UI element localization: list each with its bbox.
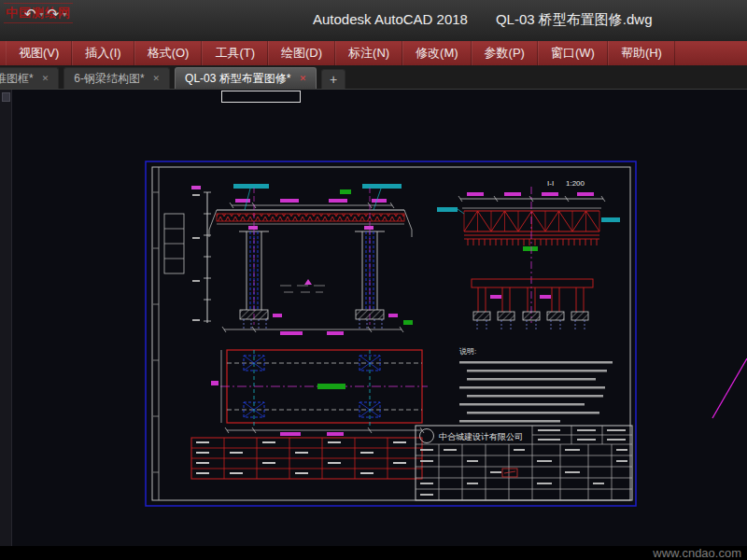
drawing-canvas[interactable]: I-I 1:200: [0, 89, 747, 546]
stray-line: [712, 358, 747, 418]
dock-grip-icon: [2, 92, 10, 102]
notes-block: 说明:: [459, 347, 613, 423]
menu-bar: 视图(V) 插入(I) 格式(O) 工具(T) 绘图(D) 标注(N) 修改(M…: [0, 41, 747, 65]
section-view: I-I 1:200: [437, 179, 620, 329]
menu-dimension[interactable]: 标注(N): [335, 41, 402, 65]
new-tab-button[interactable]: +: [321, 69, 345, 89]
elevation-view: [191, 184, 413, 335]
app-title: Autodesk AutoCAD 2018: [313, 11, 468, 29]
site-watermark-bottom: www.cndao.com: [653, 546, 741, 560]
selection-box: [221, 91, 301, 103]
menu-format[interactable]: 格式(O): [134, 41, 203, 65]
menu-parametric[interactable]: 参数(P): [472, 41, 538, 65]
file-tab-bar: 准图框* ✕ 6-钢梁结构图* ✕ QL-03 桥型布置图修* ✕ +: [0, 65, 747, 89]
left-dock-strip: [0, 90, 12, 547]
notes-title: 说明:: [459, 347, 476, 356]
document-title: QL-03 桥型布置图修.dwg: [496, 11, 653, 29]
bridge-drawing: I-I 1:200: [0, 90, 747, 547]
company-name: 中合城建设计有限公司: [439, 432, 523, 441]
close-icon[interactable]: ✕: [153, 74, 161, 83]
file-tab-steel-structure[interactable]: 6-钢梁结构图* ✕: [63, 67, 170, 89]
title-block: 中合城建设计有限公司: [416, 426, 632, 500]
file-tab-label: 准图框*: [0, 71, 34, 87]
stamp-mark: [502, 469, 517, 477]
autocad-window: 中国测绘网 ↶ ▾ ↷ ▾ Autodesk AutoCAD 2018 QL-0…: [0, 0, 747, 560]
redo-icon[interactable]: ↷: [48, 5, 60, 23]
quick-access-toolbar: ↶ ▾ ↷ ▾: [24, 5, 66, 23]
file-tab-frame[interactable]: 准图框* ✕: [0, 67, 59, 89]
redo-dropdown-icon[interactable]: ▾: [63, 10, 66, 19]
file-tab-label: 6-钢梁结构图*: [74, 71, 144, 87]
file-tab-bridge-layout-active[interactable]: QL-03 桥型布置图修* ✕: [175, 67, 317, 89]
section-scale: 1:200: [566, 179, 585, 188]
title-bar: 中国测绘网 ↶ ▾ ↷ ▾ Autodesk AutoCAD 2018 QL-0…: [0, 0, 747, 41]
file-tab-label: QL-03 桥型布置图修*: [185, 71, 290, 87]
menu-view[interactable]: 视图(V): [6, 41, 72, 65]
undo-dropdown-icon[interactable]: ▾: [40, 10, 44, 19]
menu-modify[interactable]: 修改(M): [402, 41, 472, 65]
close-icon[interactable]: ✕: [299, 74, 306, 83]
footer-strip: www.cndao.com: [0, 546, 747, 560]
data-table: [191, 438, 422, 479]
menu-draw[interactable]: 绘图(D): [268, 41, 335, 65]
menu-insert[interactable]: 插入(I): [72, 41, 134, 65]
window-title: Autodesk AutoCAD 2018 QL-03 桥型布置图修.dwg: [313, 11, 653, 29]
plan-view: [211, 350, 428, 436]
menu-tools[interactable]: 工具(T): [202, 41, 268, 65]
menu-help[interactable]: 帮助(H): [608, 41, 675, 65]
section-label: I-I: [547, 179, 554, 188]
drawing-frame: [146, 161, 636, 506]
menu-window[interactable]: 窗口(W): [538, 41, 608, 65]
undo-icon[interactable]: ↶: [24, 5, 36, 23]
company-logo-icon: [420, 429, 434, 443]
close-icon[interactable]: ✕: [42, 74, 49, 83]
